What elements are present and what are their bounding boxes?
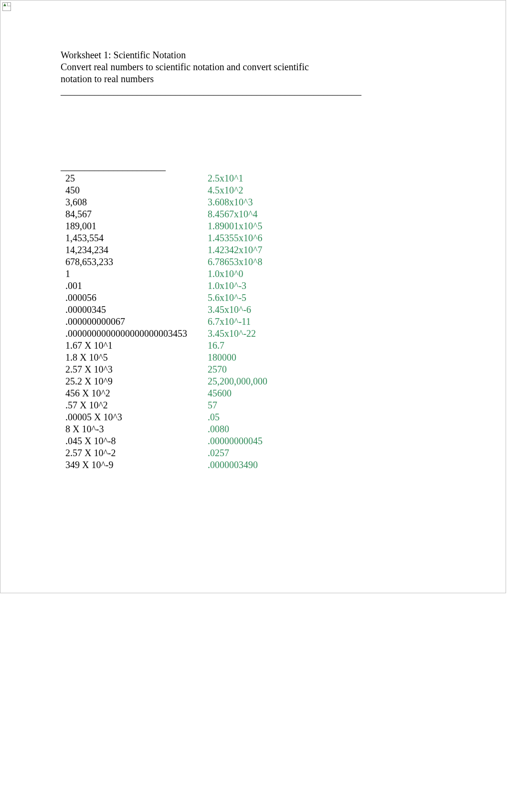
input-value: 8 X 10^-3 <box>65 423 208 435</box>
input-value: 1.67 X 10^1 <box>65 340 208 352</box>
divider-line-2: ______________________ <box>61 160 395 172</box>
answer-value: 45600 <box>208 387 232 399</box>
table-row: 8 X 10^-3.0080 <box>65 423 395 435</box>
broken-image-icon <box>2 2 11 11</box>
table-row: .0011.0x10^-3 <box>65 280 395 292</box>
answer-value: 25,200,000,000 <box>208 375 267 387</box>
table-row: 84,5678.4567x10^4 <box>65 208 395 220</box>
table-row: .0000565.6x10^-5 <box>65 292 395 304</box>
input-value: 3,608 <box>65 196 208 208</box>
table-row: .0000000000676.7x10^-11 <box>65 316 395 328</box>
table-row: 678,653,2336.78653x10^8 <box>65 256 395 268</box>
answer-value: 6.7x10^-11 <box>208 316 251 328</box>
answer-value: .0080 <box>208 423 229 435</box>
input-value: 25.2 X 10^9 <box>65 375 208 387</box>
input-value: 456 X 10^2 <box>65 387 208 399</box>
table-row: 349 X 10^-9.0000003490 <box>65 459 395 471</box>
table-row: 14,234,2341.42342x10^7 <box>65 244 395 256</box>
input-value: 25 <box>65 172 208 184</box>
table-row: .000003453.45x10^-6 <box>65 304 395 316</box>
table-row: 1.8 X 10^5180000 <box>65 352 395 363</box>
answer-value: 3.45x10^-22 <box>208 328 256 340</box>
answer-value: 3.45x10^-6 <box>208 304 251 316</box>
input-value: 1.8 X 10^5 <box>65 352 208 363</box>
input-value: .000000000067 <box>65 316 208 328</box>
input-value: 1 <box>65 268 208 280</box>
answer-value: 4.5x10^2 <box>208 184 243 196</box>
answer-value: 2.5x10^1 <box>208 172 243 184</box>
table-row: 1.67 X 10^116.7 <box>65 340 395 352</box>
answer-value: 1.45355x10^6 <box>208 232 262 244</box>
page-frame: Worksheet 1: Scientific Notation Convert… <box>0 0 506 593</box>
spacer <box>61 97 395 160</box>
input-value: 450 <box>65 184 208 196</box>
answer-value: 16.7 <box>208 340 224 352</box>
conversion-table: 252.5x10^1 4504.5x10^2 3,6083.608x10^3 8… <box>61 172 395 471</box>
answer-value: 6.78653x10^8 <box>208 256 262 268</box>
input-value: 84,567 <box>65 208 208 220</box>
table-row: .00005 X 10^3.05 <box>65 411 395 423</box>
input-value: 1,453,554 <box>65 232 208 244</box>
table-row: 2.57 X 10^-2.0257 <box>65 447 395 459</box>
input-value: 2.57 X 10^3 <box>65 363 208 375</box>
table-row: 11.0x10^0 <box>65 268 395 280</box>
page-content: Worksheet 1: Scientific Notation Convert… <box>61 49 395 471</box>
answer-value: 1.0x10^-3 <box>208 280 246 292</box>
answer-value: 1.42342x10^7 <box>208 244 262 256</box>
table-row: .045 X 10^-8.00000000045 <box>65 435 395 447</box>
divider-line-1: ________________________________________… <box>61 85 395 97</box>
answer-value: 3.608x10^3 <box>208 196 253 208</box>
table-row: .00000000000000000000034533.45x10^-22 <box>65 328 395 340</box>
input-value: .001 <box>65 280 208 292</box>
answer-value: .0000003490 <box>208 459 258 471</box>
table-row: 25.2 X 10^925,200,000,000 <box>65 375 395 387</box>
worksheet-title: Worksheet 1: Scientific Notation <box>61 49 395 61</box>
table-row: 252.5x10^1 <box>65 172 395 184</box>
input-value: .000056 <box>65 292 208 304</box>
input-value: .045 X 10^-8 <box>65 435 208 447</box>
table-row: 3,6083.608x10^3 <box>65 196 395 208</box>
table-row: 2.57 X 10^32570 <box>65 363 395 375</box>
answer-value: 57 <box>208 399 217 411</box>
table-row: 189,0011.89001x10^5 <box>65 220 395 232</box>
answer-value: 180000 <box>208 352 236 363</box>
answer-value: 1.89001x10^5 <box>208 220 262 232</box>
table-row: 1,453,5541.45355x10^6 <box>65 232 395 244</box>
input-value: 349 X 10^-9 <box>65 459 208 471</box>
table-row: 4504.5x10^2 <box>65 184 395 196</box>
answer-value: 2570 <box>208 363 227 375</box>
input-value: .0000000000000000000003453 <box>65 328 208 340</box>
input-value: .00005 X 10^3 <box>65 411 208 423</box>
answer-value: .00000000045 <box>208 435 263 447</box>
table-row: .57 X 10^257 <box>65 399 395 411</box>
input-value: .00000345 <box>65 304 208 316</box>
answer-value: 5.6x10^-5 <box>208 292 246 304</box>
table-row: 456 X 10^245600 <box>65 387 395 399</box>
worksheet-subtitle: Convert real numbers to scientific notat… <box>61 61 328 85</box>
input-value: 678,653,233 <box>65 256 208 268</box>
answer-value: 1.0x10^0 <box>208 268 243 280</box>
input-value: 2.57 X 10^-2 <box>65 447 208 459</box>
input-value: .57 X 10^2 <box>65 399 208 411</box>
answer-value: .0257 <box>208 447 229 459</box>
input-value: 189,001 <box>65 220 208 232</box>
input-value: 14,234,234 <box>65 244 208 256</box>
answer-value: 8.4567x10^4 <box>208 208 257 220</box>
answer-value: .05 <box>208 411 220 423</box>
